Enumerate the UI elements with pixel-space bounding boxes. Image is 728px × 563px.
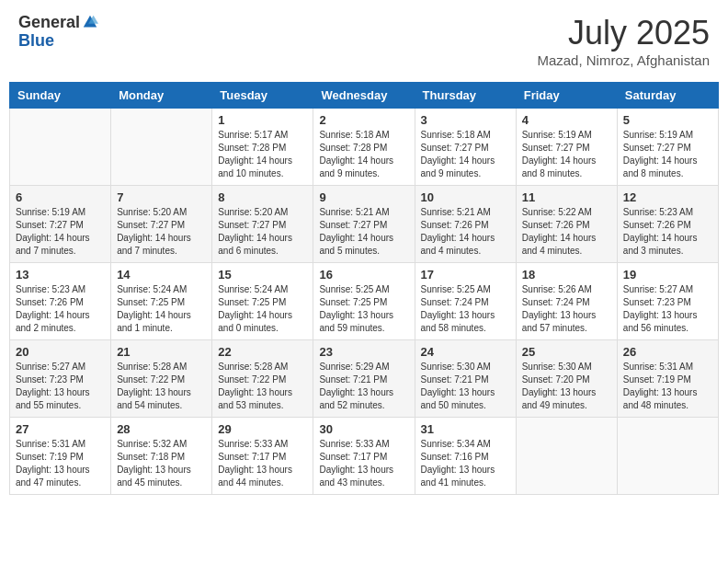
col-thursday: Thursday [415,83,516,109]
day-number: 19 [623,268,712,282]
table-row: 21Sunrise: 5:28 AMSunset: 7:22 PMDayligh… [111,340,212,418]
day-info: Sunrise: 5:23 AMSunset: 7:26 PMDaylight:… [623,206,712,258]
day-number: 11 [522,190,611,204]
col-friday: Friday [516,83,617,109]
day-info: Sunrise: 5:23 AMSunset: 7:26 PMDaylight:… [16,283,105,335]
day-number: 7 [117,190,206,204]
table-row: 14Sunrise: 5:24 AMSunset: 7:25 PMDayligh… [111,263,212,340]
table-row [617,418,718,495]
day-info: Sunrise: 5:33 AMSunset: 7:17 PMDaylight:… [319,438,408,489]
table-row: 5Sunrise: 5:19 AMSunset: 7:27 PMDaylight… [617,109,718,186]
table-row: 31Sunrise: 5:34 AMSunset: 7:16 PMDayligh… [415,418,516,495]
day-info: Sunrise: 5:19 AMSunset: 7:27 PMDaylight:… [522,129,611,180]
table-row: 11Sunrise: 5:22 AMSunset: 7:26 PMDayligh… [516,186,617,263]
day-number: 1 [218,113,307,127]
table-row: 17Sunrise: 5:25 AMSunset: 7:24 PMDayligh… [415,263,516,340]
table-row: 30Sunrise: 5:33 AMSunset: 7:17 PMDayligh… [313,418,415,495]
day-number: 4 [522,113,611,127]
day-info: Sunrise: 5:33 AMSunset: 7:17 PMDaylight:… [218,438,307,489]
table-row: 12Sunrise: 5:23 AMSunset: 7:26 PMDayligh… [617,186,718,263]
table-row: 13Sunrise: 5:23 AMSunset: 7:26 PMDayligh… [10,263,111,340]
day-number: 21 [117,345,206,359]
day-info: Sunrise: 5:20 AMSunset: 7:27 PMDaylight:… [117,206,206,258]
day-number: 5 [623,113,712,127]
day-info: Sunrise: 5:30 AMSunset: 7:21 PMDaylight:… [421,361,510,412]
day-info: Sunrise: 5:30 AMSunset: 7:20 PMDaylight:… [522,361,611,412]
calendar-week-row: 1Sunrise: 5:17 AMSunset: 7:28 PMDaylight… [10,109,719,186]
day-number: 26 [623,345,712,359]
logo-icon [82,14,98,30]
title-block: July 2025 Mazad, Nimroz, Afghanistan [537,14,710,68]
day-number: 22 [218,345,307,359]
location-title: Mazad, Nimroz, Afghanistan [537,52,710,68]
table-row: 10Sunrise: 5:21 AMSunset: 7:26 PMDayligh… [415,186,516,263]
day-number: 2 [319,113,408,127]
table-row: 9Sunrise: 5:21 AMSunset: 7:27 PMDaylight… [313,186,415,263]
table-row: 8Sunrise: 5:20 AMSunset: 7:27 PMDaylight… [212,186,313,263]
day-info: Sunrise: 5:34 AMSunset: 7:16 PMDaylight:… [421,438,510,489]
day-info: Sunrise: 5:27 AMSunset: 7:23 PMDaylight:… [623,283,712,335]
day-number: 13 [16,268,105,282]
day-info: Sunrise: 5:19 AMSunset: 7:27 PMDaylight:… [623,129,712,180]
table-row: 25Sunrise: 5:30 AMSunset: 7:20 PMDayligh… [516,340,617,418]
day-number: 15 [218,268,307,282]
day-info: Sunrise: 5:24 AMSunset: 7:25 PMDaylight:… [218,283,307,335]
day-info: Sunrise: 5:27 AMSunset: 7:23 PMDaylight:… [16,361,105,412]
day-info: Sunrise: 5:32 AMSunset: 7:18 PMDaylight:… [117,438,206,489]
day-number: 8 [218,190,307,204]
day-number: 17 [421,268,510,282]
day-info: Sunrise: 5:31 AMSunset: 7:19 PMDaylight:… [623,361,712,412]
day-info: Sunrise: 5:18 AMSunset: 7:27 PMDaylight:… [421,129,510,180]
day-number: 6 [16,190,105,204]
calendar-header-row: Sunday Monday Tuesday Wednesday Thursday… [10,83,719,109]
day-number: 23 [319,345,408,359]
day-number: 10 [421,190,510,204]
day-number: 24 [421,345,510,359]
calendar-week-row: 20Sunrise: 5:27 AMSunset: 7:23 PMDayligh… [10,340,719,418]
day-number: 14 [117,268,206,282]
logo: General Blue [18,14,98,51]
day-number: 27 [16,422,105,436]
table-row [111,109,212,186]
day-info: Sunrise: 5:17 AMSunset: 7:28 PMDaylight:… [218,129,307,180]
table-row: 1Sunrise: 5:17 AMSunset: 7:28 PMDaylight… [212,109,313,186]
month-title: July 2025 [537,14,710,52]
day-info: Sunrise: 5:31 AMSunset: 7:19 PMDaylight:… [16,438,105,489]
table-row [516,418,617,495]
day-info: Sunrise: 5:20 AMSunset: 7:27 PMDaylight:… [218,206,307,258]
table-row: 29Sunrise: 5:33 AMSunset: 7:17 PMDayligh… [212,418,313,495]
calendar-week-row: 6Sunrise: 5:19 AMSunset: 7:27 PMDaylight… [10,186,719,263]
table-row: 6Sunrise: 5:19 AMSunset: 7:27 PMDaylight… [10,186,111,263]
day-info: Sunrise: 5:28 AMSunset: 7:22 PMDaylight:… [117,361,206,412]
day-info: Sunrise: 5:22 AMSunset: 7:26 PMDaylight:… [522,206,611,258]
table-row: 4Sunrise: 5:19 AMSunset: 7:27 PMDaylight… [516,109,617,186]
calendar-week-row: 13Sunrise: 5:23 AMSunset: 7:26 PMDayligh… [10,263,719,340]
day-info: Sunrise: 5:19 AMSunset: 7:27 PMDaylight:… [16,206,105,258]
logo-general-text: General [18,14,80,32]
day-info: Sunrise: 5:25 AMSunset: 7:25 PMDaylight:… [319,283,408,335]
table-row: 28Sunrise: 5:32 AMSunset: 7:18 PMDayligh… [111,418,212,495]
table-row: 18Sunrise: 5:26 AMSunset: 7:24 PMDayligh… [516,263,617,340]
table-row: 16Sunrise: 5:25 AMSunset: 7:25 PMDayligh… [313,263,415,340]
day-number: 3 [421,113,510,127]
table-row: 20Sunrise: 5:27 AMSunset: 7:23 PMDayligh… [10,340,111,418]
table-row: 23Sunrise: 5:29 AMSunset: 7:21 PMDayligh… [313,340,415,418]
day-number: 25 [522,345,611,359]
day-number: 20 [16,345,105,359]
table-row: 27Sunrise: 5:31 AMSunset: 7:19 PMDayligh… [10,418,111,495]
day-info: Sunrise: 5:21 AMSunset: 7:26 PMDaylight:… [421,206,510,258]
table-row: 15Sunrise: 5:24 AMSunset: 7:25 PMDayligh… [212,263,313,340]
table-row: 24Sunrise: 5:30 AMSunset: 7:21 PMDayligh… [415,340,516,418]
col-monday: Monday [111,83,212,109]
table-row: 2Sunrise: 5:18 AMSunset: 7:28 PMDaylight… [313,109,415,186]
day-info: Sunrise: 5:18 AMSunset: 7:28 PMDaylight:… [319,129,408,180]
col-sunday: Sunday [10,83,111,109]
day-info: Sunrise: 5:24 AMSunset: 7:25 PMDaylight:… [117,283,206,335]
day-number: 30 [319,422,408,436]
table-row: 7Sunrise: 5:20 AMSunset: 7:27 PMDaylight… [111,186,212,263]
day-number: 29 [218,422,307,436]
day-info: Sunrise: 5:21 AMSunset: 7:27 PMDaylight:… [319,206,408,258]
day-number: 31 [421,422,510,436]
col-saturday: Saturday [617,83,718,109]
calendar-week-row: 27Sunrise: 5:31 AMSunset: 7:19 PMDayligh… [10,418,719,495]
